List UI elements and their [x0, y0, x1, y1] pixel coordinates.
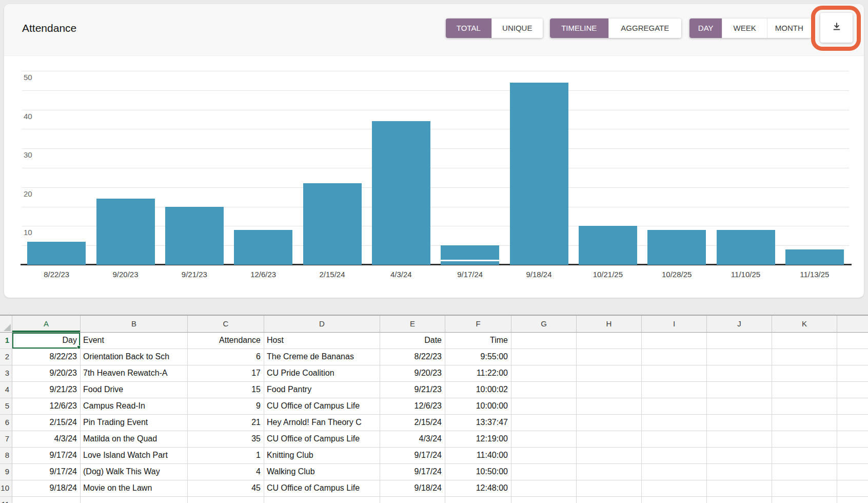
- cell-K11[interactable]: [772, 497, 837, 503]
- cell-H1[interactable]: [577, 333, 642, 349]
- cell-B5[interactable]: Campus Read-In: [81, 398, 188, 415]
- cell-A10[interactable]: 9/18/24: [12, 480, 81, 497]
- cell-F3[interactable]: 11:22:00: [445, 365, 511, 382]
- cell-D10[interactable]: CU Office of Campus Life: [264, 480, 380, 497]
- bar-4/3/24[interactable]: [372, 121, 430, 265]
- cell-H8[interactable]: [577, 448, 642, 464]
- bar-11/10/25[interactable]: [717, 230, 775, 265]
- cell-E1[interactable]: Date: [380, 333, 445, 349]
- cell-partial9[interactable]: [837, 464, 868, 480]
- cell-B8[interactable]: Love Island Watch Part: [81, 448, 188, 464]
- cell-C7[interactable]: 35: [188, 431, 264, 448]
- column-header-I[interactable]: I: [642, 316, 707, 333]
- bar-9/21/23[interactable]: [165, 207, 224, 265]
- cell-F7[interactable]: 12:19:00: [445, 431, 511, 448]
- cell-A4[interactable]: 9/21/23: [12, 382, 81, 398]
- cell-A2[interactable]: 8/22/23: [12, 349, 81, 365]
- cell-E10[interactable]: 9/18/24: [380, 480, 445, 497]
- cell-H9[interactable]: [577, 464, 642, 480]
- cell-K7[interactable]: [772, 431, 837, 448]
- cell-E9[interactable]: 9/17/24: [380, 464, 445, 480]
- cell-G10[interactable]: [511, 480, 577, 497]
- toggle-button-day[interactable]: DAY: [689, 18, 722, 38]
- cell-G5[interactable]: [511, 398, 577, 415]
- toggle-button-unique[interactable]: UNIQUE: [491, 18, 543, 38]
- column-header-C[interactable]: C: [188, 316, 264, 333]
- bar-2/15/24[interactable]: [303, 183, 362, 265]
- cell-D5[interactable]: CU Office of Campus Life: [264, 398, 380, 415]
- column-header-G[interactable]: G: [511, 316, 577, 333]
- cell-C10[interactable]: 45: [188, 480, 264, 497]
- row-number-6[interactable]: 6: [0, 415, 12, 431]
- column-header-J[interactable]: J: [707, 316, 772, 333]
- row-number-10[interactable]: 10: [0, 480, 12, 497]
- cell-G7[interactable]: [511, 431, 577, 448]
- cell-K9[interactable]: [772, 464, 837, 480]
- cell-C1[interactable]: Attendance: [188, 333, 264, 349]
- column-header-F[interactable]: F: [445, 316, 511, 333]
- toggle-button-total[interactable]: TOTAL: [446, 18, 491, 38]
- cell-J10[interactable]: [707, 480, 772, 497]
- cell-B2[interactable]: Orientation Back to Sch: [81, 349, 188, 365]
- cell-partial7[interactable]: [837, 431, 868, 448]
- cell-G8[interactable]: [511, 448, 577, 464]
- cell-E2[interactable]: 8/22/23: [380, 349, 445, 365]
- cell-B6[interactable]: Pin Trading Event: [81, 415, 188, 431]
- cell-I10[interactable]: [642, 480, 707, 497]
- cell-F10[interactable]: 12:48:00: [445, 480, 511, 497]
- cell-I3[interactable]: [642, 365, 707, 382]
- cell-A9[interactable]: 9/17/24: [12, 464, 81, 480]
- cell-C11[interactable]: [188, 497, 264, 503]
- cell-D8[interactable]: Knitting Club: [264, 448, 380, 464]
- bar-9/18/24[interactable]: [510, 83, 568, 265]
- cell-partial2[interactable]: [837, 349, 868, 365]
- cell-K6[interactable]: [772, 415, 837, 431]
- cell-K2[interactable]: [772, 349, 837, 365]
- toggle-button-aggregate[interactable]: AGGREGATE: [608, 18, 681, 38]
- cell-K4[interactable]: [772, 382, 837, 398]
- cell-C3[interactable]: 17: [188, 365, 264, 382]
- cell-partial3[interactable]: [837, 365, 868, 382]
- cell-H2[interactable]: [577, 349, 642, 365]
- cell-E3[interactable]: 9/20/23: [380, 365, 445, 382]
- column-header-partial[interactable]: [837, 316, 868, 333]
- cell-B7[interactable]: Matilda on the Quad: [81, 431, 188, 448]
- cell-I7[interactable]: [642, 431, 707, 448]
- cell-E8[interactable]: 9/17/24: [380, 448, 445, 464]
- cell-C9[interactable]: 4: [188, 464, 264, 480]
- column-header-E[interactable]: E: [380, 316, 445, 333]
- cell-B11[interactable]: [81, 497, 188, 503]
- row-number-11[interactable]: 11: [0, 497, 12, 503]
- cell-D3[interactable]: CU Pride Coalition: [264, 365, 380, 382]
- cell-I4[interactable]: [642, 382, 707, 398]
- select-all-corner[interactable]: [0, 316, 12, 333]
- cell-E11[interactable]: [380, 497, 445, 503]
- row-number-3[interactable]: 3: [0, 365, 12, 382]
- cell-I8[interactable]: [642, 448, 707, 464]
- cell-A5[interactable]: 12/6/23: [12, 398, 81, 415]
- cell-B10[interactable]: Movie on the Lawn: [81, 480, 188, 497]
- cell-K5[interactable]: [772, 398, 837, 415]
- bar-10/21/25[interactable]: [579, 226, 637, 265]
- cell-I11[interactable]: [642, 497, 707, 503]
- cell-C5[interactable]: 9: [188, 398, 264, 415]
- cell-G9[interactable]: [511, 464, 577, 480]
- cell-D2[interactable]: The Creme de Bananas: [264, 349, 380, 365]
- cell-H6[interactable]: [577, 415, 642, 431]
- cell-K1[interactable]: [772, 333, 837, 349]
- cell-G4[interactable]: [511, 382, 577, 398]
- toggle-button-week[interactable]: WEEK: [722, 18, 766, 38]
- cell-F1[interactable]: Time: [445, 333, 511, 349]
- cell-B9[interactable]: (Dog) Walk This Way: [81, 464, 188, 480]
- cell-B3[interactable]: 7th Heaven Rewatch-A: [81, 365, 188, 382]
- cell-K8[interactable]: [772, 448, 837, 464]
- column-header-H[interactable]: H: [577, 316, 642, 333]
- cell-F8[interactable]: 11:40:00: [445, 448, 511, 464]
- cell-J1[interactable]: [707, 333, 772, 349]
- bar-9/20/23[interactable]: [96, 199, 155, 265]
- bar-11/13/25[interactable]: [785, 249, 844, 265]
- download-button[interactable]: [820, 13, 853, 43]
- cell-D7[interactable]: CU Office of Campus Life: [264, 431, 380, 448]
- cell-G1[interactable]: [511, 333, 577, 349]
- cell-I6[interactable]: [642, 415, 707, 431]
